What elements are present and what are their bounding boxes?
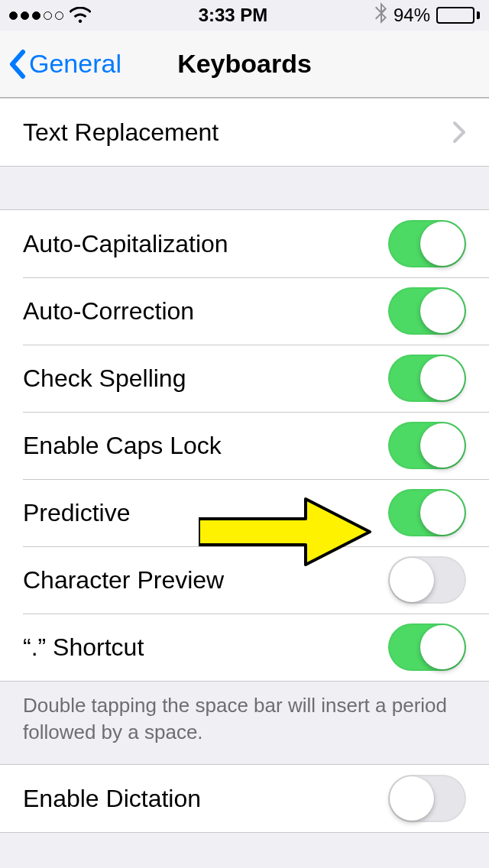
group-top: Text Replacement xyxy=(0,98,489,167)
check-spelling-switch[interactable] xyxy=(388,355,466,402)
enable-dictation-row: Enable Dictation xyxy=(0,765,489,832)
predictive-row: Predictive xyxy=(0,479,489,546)
back-button[interactable]: General xyxy=(8,31,121,97)
auto-correction-switch[interactable] xyxy=(388,287,466,335)
cell-label: Auto-Capitalization xyxy=(23,230,228,258)
enable-dictation-switch[interactable] xyxy=(388,775,466,822)
group-keyboard-toggles: Auto-Capitalization Auto-Correction Chec… xyxy=(0,209,489,682)
auto-correction-row: Auto-Correction xyxy=(0,277,489,345)
chevron-left-icon xyxy=(8,49,26,79)
period-shortcut-switch[interactable] xyxy=(388,623,466,671)
chevron-right-icon xyxy=(452,121,466,144)
cellular-signal-icon xyxy=(9,11,63,20)
battery-percent-label: 94% xyxy=(393,5,430,26)
enable-caps-lock-switch[interactable] xyxy=(388,422,466,469)
status-time: 3:33 PM xyxy=(199,5,268,26)
back-label: General xyxy=(29,49,121,79)
cell-label: Check Spelling xyxy=(23,364,186,393)
cell-label: Enable Dictation xyxy=(23,785,201,813)
character-preview-row: Character Preview xyxy=(0,546,489,614)
period-shortcut-row: “.” Shortcut xyxy=(0,614,489,681)
group-footer-text: Double tapping the space bar will insert… xyxy=(0,682,489,764)
bluetooth-icon xyxy=(375,2,387,28)
cell-label: Enable Caps Lock xyxy=(23,432,222,460)
cell-label: “.” Shortcut xyxy=(23,633,144,662)
wifi-icon xyxy=(70,7,91,24)
cell-label: Auto-Correction xyxy=(23,297,194,326)
character-preview-switch[interactable] xyxy=(388,556,466,604)
text-replacement-row[interactable]: Text Replacement xyxy=(0,99,489,166)
status-bar: 3:33 PM 94% xyxy=(0,0,489,31)
nav-bar: General Keyboards xyxy=(0,31,489,98)
check-spelling-row: Check Spelling xyxy=(0,345,489,412)
cell-label: Character Preview xyxy=(23,566,224,594)
group-dictation: Enable Dictation xyxy=(0,764,489,833)
predictive-switch[interactable] xyxy=(388,489,466,536)
battery-icon xyxy=(436,7,480,24)
auto-capitalization-switch[interactable] xyxy=(388,220,466,267)
cell-label: Predictive xyxy=(23,499,131,527)
enable-caps-lock-row: Enable Caps Lock xyxy=(0,412,489,479)
auto-capitalization-row: Auto-Capitalization xyxy=(0,210,489,277)
cell-label: Text Replacement xyxy=(23,118,219,147)
page-title: Keyboards xyxy=(177,49,312,79)
